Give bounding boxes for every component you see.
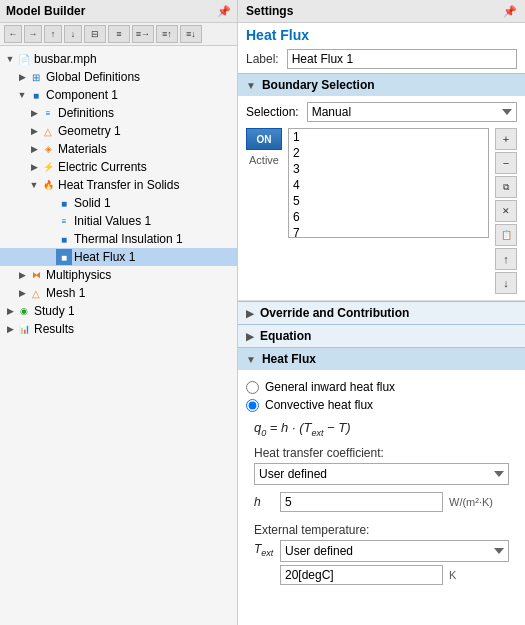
list-down-button[interactable]: ≡↓ [180, 25, 202, 43]
paste-button[interactable]: 📋 [495, 224, 517, 246]
solid1-expand [44, 197, 56, 209]
sidebar-item-geometry1[interactable]: ▶ △ Geometry 1 [0, 122, 237, 140]
sidebar-item-solid1[interactable]: ■ Solid 1 [0, 194, 237, 212]
h-field-input[interactable] [280, 492, 443, 512]
component1-expand[interactable]: ▼ [16, 89, 28, 101]
down-button[interactable]: ↓ [64, 25, 82, 43]
add-button[interactable]: + [495, 128, 517, 150]
sidebar-item-heat-flux1[interactable]: ■ Heat Flux 1 [0, 248, 237, 266]
active-button[interactable]: ON [246, 128, 282, 150]
ext-temp-input[interactable] [280, 565, 443, 585]
forward-button[interactable]: → [24, 25, 42, 43]
back-button[interactable]: ← [4, 25, 22, 43]
boundary-section-arrow: ▼ [246, 80, 256, 91]
sidebar-item-materials[interactable]: ▶ ◈ Materials [0, 140, 237, 158]
list-item[interactable]: 7 [289, 225, 488, 238]
label-row: Label: [238, 45, 525, 73]
list-item[interactable]: 1 [289, 129, 488, 145]
selection-dropdown[interactable]: Manual All boundaries None [307, 102, 517, 122]
boundary-selection-header[interactable]: ▼ Boundary Selection [238, 73, 525, 96]
general-heat-flux-label[interactable]: General inward heat flux [265, 380, 395, 394]
heat-flux-section-content: General inward heat flux Convective heat… [238, 370, 525, 598]
heat-flux-icon: ■ [56, 249, 72, 265]
list-right-button[interactable]: ≡→ [132, 25, 154, 43]
sidebar-item-heat-transfer[interactable]: ▼ 🔥 Heat Transfer in Solids [0, 176, 237, 194]
thermal-expand [44, 233, 56, 245]
definitions-label: Definitions [58, 106, 114, 120]
equation-arrow: ▶ [246, 331, 254, 342]
list-item[interactable]: 3 [289, 161, 488, 177]
collapse-button[interactable]: ⊟ [84, 25, 106, 43]
multi-expand[interactable]: ▶ [16, 269, 28, 281]
electric-expand[interactable]: ▶ [28, 161, 40, 173]
sidebar-item-electric-currents[interactable]: ▶ ⚡ Electric Currents [0, 158, 237, 176]
mesh-expand[interactable]: ▶ [16, 287, 28, 299]
active-btn-label: ON [257, 134, 272, 145]
heat-flux-arrow: ▼ [246, 354, 256, 365]
initial-expand [44, 215, 56, 227]
list-item[interactable]: 6 [289, 209, 488, 225]
convective-heat-flux-radio[interactable] [246, 399, 259, 412]
ext-temp-value-row: K [254, 565, 509, 585]
general-heat-flux-radio[interactable] [246, 381, 259, 394]
electric-label: Electric Currents [58, 160, 147, 174]
geometry1-expand[interactable]: ▶ [28, 125, 40, 137]
thermal-label: Thermal Insulation 1 [74, 232, 183, 246]
sidebar-item-thermal-insulation1[interactable]: ■ Thermal Insulation 1 [0, 230, 237, 248]
model-builder-toolbar: ← → ↑ ↓ ⊟ ≡ ≡→ ≡↑ ≡↓ [0, 23, 237, 46]
heat-flux-section-header[interactable]: ▼ Heat Flux [238, 347, 525, 370]
list-item[interactable]: 5 [289, 193, 488, 209]
sidebar-item-study1[interactable]: ▶ ◉ Study 1 [0, 302, 237, 320]
sidebar-item-global-definitions[interactable]: ▶ ⊞ Global Definitions [0, 68, 237, 86]
results-icon: 📊 [16, 321, 32, 337]
sidebar-item-multiphysics[interactable]: ▶ ⧓ Multiphysics [0, 266, 237, 284]
heat-transfer-expand[interactable]: ▼ [28, 179, 40, 191]
move-down-button[interactable]: ↓ [495, 272, 517, 294]
boundary-list[interactable]: 1 2 3 4 5 6 7 9 (not applicable) [288, 128, 489, 238]
convective-heat-flux-label[interactable]: Convective heat flux [265, 398, 373, 412]
root-label: busbar.mph [34, 52, 97, 66]
tree-root[interactable]: ▼ 📄 busbar.mph [0, 50, 237, 68]
sidebar-item-initial-values1[interactable]: ≡ Initial Values 1 [0, 212, 237, 230]
list-item[interactable]: 2 [289, 145, 488, 161]
convective-heat-flux-row: Convective heat flux [246, 398, 517, 412]
results-expand[interactable]: ▶ [4, 323, 16, 335]
ext-temp-dropdown[interactable]: User defined From material [280, 540, 509, 562]
list-item[interactable]: 4 [289, 177, 488, 193]
formula-text: q0 = h · (Text − T) [254, 420, 351, 435]
ext-temp-unit: K [449, 569, 509, 581]
model-tree: ▼ 📄 busbar.mph ▶ ⊞ Global Definitions ▼ … [0, 46, 237, 625]
study-expand[interactable]: ▶ [4, 305, 16, 317]
override-arrow: ▶ [246, 308, 254, 319]
up-button[interactable]: ↑ [44, 25, 62, 43]
move-up-button[interactable]: ↑ [495, 248, 517, 270]
coeff-dropdown[interactable]: User defined From material [254, 463, 509, 485]
equation-section-title: Equation [260, 329, 311, 343]
global-defs-expand[interactable]: ▶ [16, 71, 28, 83]
formula-display: q0 = h · (Text − T) [246, 416, 517, 442]
sidebar-item-mesh1[interactable]: ▶ △ Mesh 1 [0, 284, 237, 302]
remove-button[interactable]: − [495, 152, 517, 174]
sidebar-item-definitions[interactable]: ▶ ≡ Definitions [0, 104, 237, 122]
definitions-expand[interactable]: ▶ [28, 107, 40, 119]
sidebar-item-component1[interactable]: ▼ ■ Component 1 [0, 86, 237, 104]
settings-panel: Settings 📌 Heat Flux Label: ▼ Boundary S… [238, 0, 525, 625]
list-view-button[interactable]: ≡ [108, 25, 130, 43]
override-section-header[interactable]: ▶ Override and Contribution [238, 301, 525, 324]
root-expand-icon[interactable]: ▼ [4, 53, 16, 65]
materials-expand[interactable]: ▶ [28, 143, 40, 155]
label-field-input[interactable] [287, 49, 517, 69]
list-up-button[interactable]: ≡↑ [156, 25, 178, 43]
solid1-icon: ■ [56, 195, 72, 211]
results-label: Results [34, 322, 74, 336]
active-label: Active [249, 154, 279, 166]
label-field-label: Label: [246, 52, 279, 66]
sidebar-item-results[interactable]: ▶ 📊 Results [0, 320, 237, 338]
copy-button[interactable]: ⧉ [495, 176, 517, 198]
thermal-icon: ■ [56, 231, 72, 247]
settings-subtitle: Heat Flux [238, 23, 525, 45]
pin-icon: 📌 [217, 5, 231, 18]
model-builder-header: Model Builder 📌 [0, 0, 237, 23]
equation-section-header[interactable]: ▶ Equation [238, 324, 525, 347]
clear-button[interactable]: ✕ [495, 200, 517, 222]
